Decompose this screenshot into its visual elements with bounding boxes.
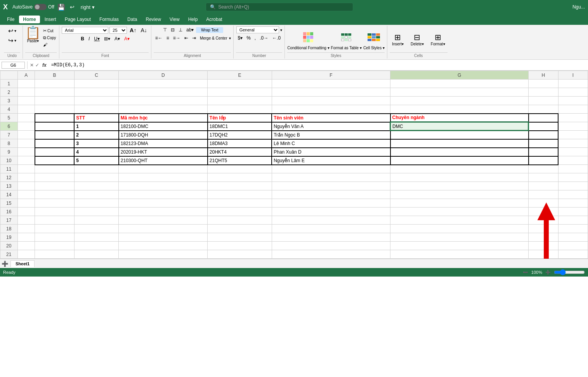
formula-input[interactable] [50,62,586,69]
cell-d1[interactable] [119,80,208,88]
cell-g4[interactable] [390,105,529,114]
cell-f4[interactable] [272,105,390,114]
cell-d10[interactable]: 210300-QHT [119,156,208,165]
undo-dropdown[interactable]: ▾ [14,29,16,33]
cell-i10[interactable] [558,156,588,165]
cell-f3[interactable] [272,97,390,105]
menu-view[interactable]: View [166,16,184,23]
align-bottom-button[interactable]: ⊥ [177,26,184,33]
decrease-indent-button[interactable]: ⇤ [183,35,190,42]
cell-a10[interactable] [17,156,35,165]
cell-a5[interactable] [17,114,35,122]
cell-c10[interactable]: 5 [74,156,119,165]
bold-button[interactable]: B [79,35,86,42]
cell-a2[interactable] [17,88,35,97]
cell-c6[interactable]: 1 [74,122,119,131]
cell-b8[interactable] [35,139,75,148]
cell-d8[interactable]: 182123-DMA [119,139,208,148]
percent-button[interactable]: % [245,35,252,42]
search-bar[interactable]: 🔍 Search (Alt+Q) [206,3,353,11]
paste-button[interactable]: 📋 Paste ▾ [25,26,41,43]
format-as-table-button[interactable]: Format as Table ▾ [331,29,362,50]
col-header-b[interactable]: B [35,71,75,80]
increase-font-button[interactable]: A↑ [128,26,138,34]
cell-styles-button[interactable]: Cell Styles ▾ [363,29,385,50]
align-top-button[interactable]: ⊤ [161,26,168,33]
merge-center-button[interactable]: Merge & Center ▾ [198,35,231,41]
cell-c4[interactable] [74,105,119,114]
increase-indent-button[interactable]: ⇥ [191,35,198,42]
grid-container[interactable]: A B C D E F G H I 1 [0,71,588,259]
decrease-font-button[interactable]: A↓ [139,26,148,34]
col-header-d[interactable]: D [119,71,208,80]
add-sheet-button[interactable]: ➕ [2,261,8,267]
cell-f9[interactable]: Phan Xuân D [272,148,390,156]
cell-b10[interactable] [35,156,75,165]
cell-i1[interactable] [558,80,588,88]
format-painter-button[interactable]: 🖌 [42,42,57,47]
cell-a4[interactable] [17,105,35,114]
cell-f10[interactable]: Nguyễn Lâm E [272,156,390,165]
cell-g8[interactable] [390,139,529,148]
cell-a6[interactable] [17,122,35,131]
cell-g10[interactable] [390,156,529,165]
cell-c1[interactable] [74,80,119,88]
menu-insert[interactable]: Insert [41,16,60,23]
cell-g6[interactable]: DMC [390,122,529,131]
align-middle-button[interactable]: ⊟ [169,26,176,33]
col-header-a[interactable]: A [17,71,35,80]
cell-c5[interactable]: STT [74,114,119,122]
cell-h4[interactable] [529,105,558,114]
cell-c3[interactable] [74,97,119,105]
cell-h7[interactable] [529,131,558,139]
cell-f8[interactable]: Lê Minh C [272,139,390,148]
cell-c8[interactable]: 3 [74,139,119,148]
redo-dropdown[interactable]: ▾ [14,38,16,43]
cell-d6[interactable]: 182100-DMC [119,122,208,131]
save-icon[interactable]: 💾 [57,3,65,11]
cell-d4[interactable] [119,105,208,114]
cell-d2[interactable] [119,88,208,97]
format-button[interactable]: ⊞ Format▾ [428,32,448,47]
cell-e9[interactable]: 20HKT4 [208,148,272,156]
cell-e6[interactable]: 18DMC1 [208,122,272,131]
paste-label[interactable]: Paste ▾ [27,39,39,43]
cell-h9[interactable] [529,148,558,156]
cut-button[interactable]: ✂ Cut [42,28,57,34]
align-center-button[interactable]: ≡ [165,35,171,42]
zoom-in-button[interactable]: ➕ [545,270,551,275]
autosave-toggle[interactable] [34,4,47,10]
cell-e2[interactable] [208,88,272,97]
cell-g2[interactable] [390,88,529,97]
cell-e1[interactable] [208,80,272,88]
cell-h5[interactable] [529,114,558,122]
menu-data[interactable]: Data [123,16,141,23]
cell-f2[interactable] [272,88,390,97]
cell-a1[interactable] [17,80,35,88]
redo-button[interactable]: ↪ ▾ [7,36,18,45]
confirm-formula-icon[interactable]: ✓ [35,62,39,68]
cell-e8[interactable]: 18DMA3 [208,139,272,148]
col-header-h[interactable]: H [529,71,558,80]
cell-reference-input[interactable] [2,62,25,69]
fill-color-button[interactable]: A▾ [113,35,121,42]
col-header-i[interactable]: I [558,71,588,80]
wrap-text-button[interactable]: Wrap Text [196,27,223,33]
cell-d7[interactable]: 171800-DQH [119,131,208,139]
copy-button[interactable]: ⧉ Copy [42,35,57,41]
merge-icon[interactable]: Merge & Center [198,35,229,41]
underline-button[interactable]: U▾ [92,35,101,42]
cell-d5[interactable]: Mã môn học [119,114,208,122]
orientation-button[interactable]: ab▾ [185,26,195,33]
cell-b7[interactable] [35,131,75,139]
cell-f1[interactable] [272,80,390,88]
col-header-g[interactable]: G [390,71,529,80]
cell-b6[interactable] [35,122,75,131]
cell-g1[interactable] [390,80,529,88]
col-header-f[interactable]: F [272,71,390,80]
menu-review[interactable]: Review [142,16,165,23]
cell-a7[interactable] [17,131,35,139]
undo-button[interactable]: ↩ ▾ [7,26,18,35]
cell-g9[interactable] [390,148,529,156]
cell-b5[interactable] [35,114,75,122]
